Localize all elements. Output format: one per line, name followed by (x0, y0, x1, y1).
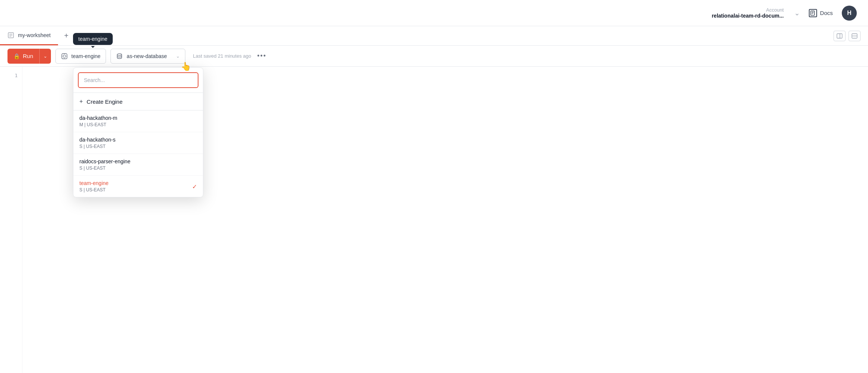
engine-tooltip: team-engine (73, 33, 113, 45)
run-button-main[interactable]: 🔒 Run (7, 49, 40, 64)
worksheet-icon (7, 32, 14, 39)
engine-item-3[interactable]: team-engine S | US-EAST ✓ (73, 176, 203, 197)
docs-icon (809, 9, 817, 17)
tab-label: my-worksheet (18, 32, 51, 38)
engine-item-2[interactable]: raidocs-parser-engine S | US-EAST (73, 154, 203, 176)
svg-rect-8 (837, 34, 842, 38)
search-section (73, 68, 203, 93)
run-label: Run (23, 53, 33, 59)
tab-my-worksheet[interactable]: my-worksheet (0, 26, 58, 45)
db-chevron-icon: ⌄ (176, 54, 180, 59)
cursor-hand-icon: 👆 (181, 62, 191, 72)
svg-point-19 (117, 54, 122, 55)
engine-item-name-0: da-hackathon-m (79, 115, 197, 121)
account-label: Account (766, 7, 784, 13)
avatar[interactable]: H (842, 6, 857, 21)
last-saved-text: Last saved 21 minutes ago (193, 53, 251, 59)
engine-item-name-3: team-engine (79, 180, 197, 186)
docs-button[interactable]: Docs (809, 9, 833, 17)
check-icon: ✓ (192, 183, 197, 190)
add-tab-button[interactable]: + (58, 26, 75, 45)
line-number-1: 1 (4, 73, 18, 78)
run-chevron-icon[interactable]: ⌄ (40, 49, 51, 64)
toolbar: 🔒 Run ⌄ team-engine as-new-database ⌄ La… (0, 46, 868, 67)
account-section: Account relationalai-team-rd-docum... (712, 7, 784, 19)
line-numbers: 1 (0, 67, 22, 373)
engine-icon (61, 53, 68, 60)
lock-icon: 🔒 (13, 53, 20, 59)
engine-name: team-engine (72, 53, 101, 59)
docs-label: Docs (820, 10, 833, 16)
engine-dropdown-panel: + Create Engine da-hackathon-m M | US-EA… (73, 67, 203, 197)
database-name: as-new-database (127, 53, 167, 59)
plus-icon: + (79, 98, 83, 105)
top-header: Account relationalai-team-rd-docum... ⌄ … (0, 0, 868, 26)
engine-item-meta-2: S | US-EAST (79, 166, 197, 171)
engine-item-meta-0: M | US-EAST (79, 122, 197, 127)
svg-rect-13 (62, 54, 67, 59)
tab-bar-right (834, 26, 868, 45)
more-menu-button[interactable]: ••• (256, 52, 268, 60)
run-button[interactable]: 🔒 Run ⌄ (7, 49, 51, 64)
engine-item-name-2: raidocs-parser-engine (79, 158, 197, 164)
database-selector[interactable]: as-new-database ⌄ (110, 49, 185, 64)
search-input[interactable] (78, 72, 198, 88)
engine-item-0[interactable]: da-hackathon-m M | US-EAST (73, 110, 203, 132)
view-toggle-right-button[interactable] (849, 31, 861, 41)
view-toggle-left-button[interactable] (834, 31, 846, 41)
engine-item-name-1: da-hackathon-s (79, 137, 197, 143)
tab-bar: my-worksheet + (0, 26, 868, 46)
engine-item-meta-3: S | US-EAST (79, 187, 197, 192)
account-name: relationalai-team-rd-docum... (712, 13, 784, 19)
engine-selector[interactable]: team-engine (55, 49, 106, 64)
svg-rect-14 (63, 55, 66, 57)
create-engine-label: Create Engine (87, 98, 122, 105)
engine-item-meta-1: S | US-EAST (79, 144, 197, 149)
account-chevron-icon[interactable]: ⌄ (794, 9, 800, 17)
engine-item-1[interactable]: da-hackathon-s S | US-EAST (73, 132, 203, 154)
database-icon (116, 53, 123, 60)
create-engine-item[interactable]: + Create Engine (73, 93, 203, 110)
